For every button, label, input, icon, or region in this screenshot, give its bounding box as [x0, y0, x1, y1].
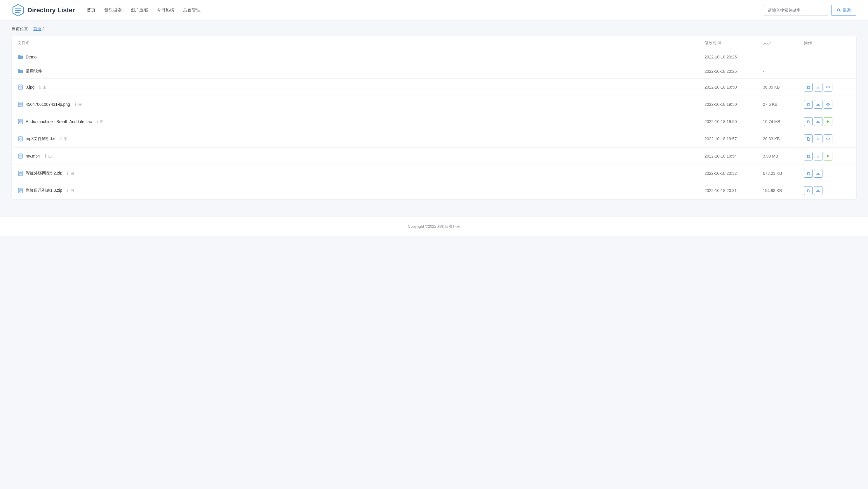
copy-button[interactable]	[804, 83, 812, 91]
info-icon[interactable]: ℹ	[45, 153, 46, 159]
nav: 首页 音乐搜索 图片压缩 今日热榜 后台管理	[87, 6, 200, 14]
qr-icon[interactable]: ⊞	[100, 119, 104, 124]
copy-button[interactable]	[804, 186, 812, 195]
download-icon	[816, 102, 820, 106]
breadcrumb: 当前位置： 首页 /	[0, 21, 868, 36]
file-info-icons: ℹ ⊞	[60, 136, 67, 141]
qr-icon[interactable]: ⊞	[70, 171, 74, 176]
play-icon	[826, 154, 830, 158]
copy-button[interactable]	[804, 135, 812, 143]
table-row: 45047061007431-lp.png ℹ ⊞ 2022-10-18 19:…	[12, 96, 856, 113]
table-row: mv.mp4 ℹ ⊞ 2022-10-18 19:54 3.93 MB	[12, 148, 856, 165]
copy-icon	[806, 137, 810, 141]
copy-icon	[806, 171, 810, 175]
file-info-icons: ℹ ⊞	[96, 119, 104, 124]
file-name: mv.mp4	[26, 154, 40, 159]
file-name: 0.jpg	[26, 85, 34, 89]
qr-icon[interactable]: ⊞	[48, 153, 52, 159]
file-name-cell: mv.mp4 ℹ ⊞	[18, 153, 705, 159]
file-actions	[804, 135, 850, 143]
copy-button[interactable]	[804, 117, 812, 126]
info-icon[interactable]: ℹ	[96, 119, 98, 124]
table-row: 彩虹目录列表1.0.zip ℹ ⊞ 2022-10-18 20:31 154.9…	[12, 182, 856, 199]
col-size: 大小	[763, 40, 804, 46]
file-modified: 2022-10-18 20:32	[705, 171, 763, 176]
copy-button[interactable]	[804, 100, 812, 109]
file-icon	[18, 119, 23, 124]
file-icon	[18, 170, 23, 176]
download-button[interactable]	[814, 169, 823, 178]
svg-rect-37	[807, 155, 810, 157]
file-icon	[18, 153, 23, 159]
info-icon[interactable]: ℹ	[75, 102, 76, 107]
breadcrumb-separator: /	[43, 26, 44, 31]
file-name-cell: Audio machine - Breath And Life.flac ℹ ⊞	[18, 119, 705, 124]
folder-icon	[18, 54, 23, 60]
download-button[interactable]	[814, 117, 823, 126]
file-icon	[18, 188, 23, 194]
file-modified: 2022-10-18 19:54	[705, 154, 763, 159]
download-button[interactable]	[814, 83, 823, 91]
svg-marker-38	[827, 155, 829, 157]
copy-button[interactable]	[804, 169, 812, 178]
svg-rect-43	[807, 172, 810, 175]
breadcrumb-home[interactable]: 首页	[33, 26, 41, 31]
download-icon	[816, 171, 820, 175]
qr-icon[interactable]: ⊞	[70, 188, 74, 193]
download-button[interactable]	[814, 186, 823, 195]
col-modified: 修改时间	[705, 40, 763, 46]
svg-rect-30	[807, 138, 810, 140]
download-button[interactable]	[814, 152, 823, 161]
nav-image-compress[interactable]: 图片压缩	[130, 6, 148, 14]
copy-button[interactable]	[804, 152, 812, 161]
nav-home[interactable]: 首页	[87, 6, 95, 14]
svg-line-5	[839, 10, 841, 12]
info-icon[interactable]: ℹ	[39, 84, 41, 90]
preview-button[interactable]	[824, 83, 832, 91]
preview-button[interactable]	[824, 100, 832, 109]
logo-text: Directory Lister	[27, 6, 75, 14]
qr-icon[interactable]: ⊞	[78, 102, 82, 107]
file-size: 673.23 KB	[763, 171, 804, 176]
table-row: Demo 2022-10-18 20:25 -	[12, 50, 856, 64]
search-icon	[837, 8, 841, 12]
search-input[interactable]	[764, 5, 828, 16]
copy-icon	[806, 189, 810, 193]
info-icon[interactable]: ℹ	[67, 188, 69, 193]
info-icon[interactable]: ℹ	[60, 136, 62, 141]
download-button[interactable]	[814, 135, 823, 143]
file-size: 27.6 KB	[763, 102, 804, 107]
file-size: 36.85 KB	[763, 85, 804, 89]
file-name: 常用软件	[26, 69, 42, 74]
footer-text: Copyright ©2022 彩虹目录列表	[408, 224, 460, 229]
svg-point-32	[828, 138, 828, 139]
nav-admin[interactable]: 后台管理	[183, 6, 200, 14]
header-left: Directory Lister 首页 音乐搜索 图片压缩 今日热榜 后台管理	[12, 4, 200, 17]
qr-icon[interactable]: ⊞	[43, 84, 46, 90]
nav-hot-today[interactable]: 今日热榜	[157, 6, 174, 14]
svg-rect-1	[15, 8, 21, 9]
svg-rect-17	[807, 104, 810, 106]
file-modified: 2022-10-18 20:25	[705, 69, 763, 74]
file-info-icons: ℹ ⊞	[67, 171, 74, 176]
file-actions	[804, 117, 850, 126]
file-actions	[804, 83, 850, 91]
qr-icon[interactable]: ⊞	[64, 136, 67, 141]
eye-icon	[826, 102, 830, 106]
preview-button[interactable]	[824, 135, 832, 143]
download-icon	[816, 137, 820, 141]
file-name-cell: 0.jpg ℹ ⊞	[18, 84, 705, 90]
download-icon	[816, 119, 820, 124]
play-button[interactable]	[824, 117, 832, 126]
svg-rect-10	[807, 86, 810, 89]
file-name: mp3文件解析.txt	[26, 136, 56, 141]
svg-point-19	[828, 104, 828, 105]
play-button[interactable]	[824, 152, 832, 161]
logo[interactable]: Directory Lister	[12, 4, 75, 17]
nav-music-search[interactable]: 音乐搜索	[104, 6, 122, 14]
download-button[interactable]	[814, 100, 823, 109]
file-actions	[804, 186, 850, 195]
search-button[interactable]: 搜索	[831, 5, 856, 16]
info-icon[interactable]: ℹ	[67, 171, 69, 176]
logo-icon	[12, 4, 25, 17]
